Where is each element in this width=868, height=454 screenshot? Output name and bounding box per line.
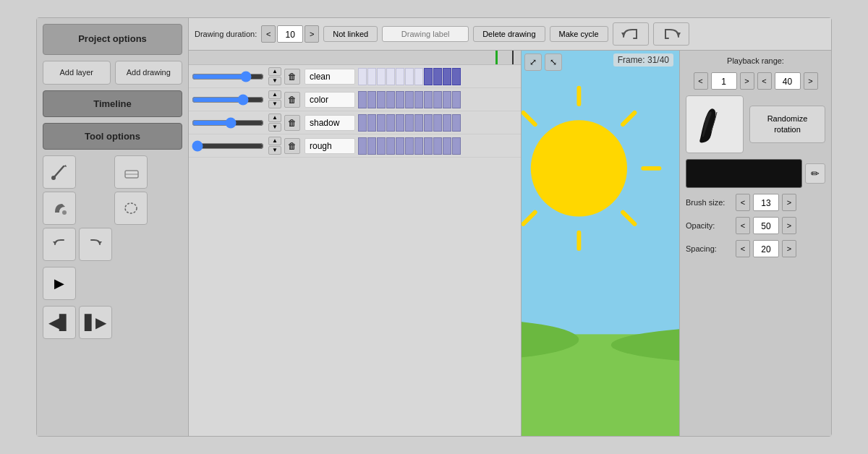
spacing-value: 20 <box>753 240 779 257</box>
spacing-label: Spacing: <box>686 244 733 253</box>
clean-down-button[interactable]: ▼ <box>268 77 281 85</box>
brush-color-display[interactable] <box>686 159 802 188</box>
rough-layer-name: rough <box>305 138 355 154</box>
redo-button[interactable] <box>79 228 112 261</box>
undo-button[interactable] <box>43 228 76 261</box>
shadow-up-button[interactable]: ▲ <box>268 113 281 122</box>
duration-label: Drawing duration: <box>195 30 257 38</box>
svg-point-0 <box>51 176 56 180</box>
not-linked-button[interactable]: Not linked <box>323 26 378 42</box>
color-up-button[interactable]: ▲ <box>268 90 281 99</box>
shadow-down-button[interactable]: ▼ <box>268 123 281 132</box>
spacing-increase-button[interactable]: > <box>782 240 796 257</box>
color-delete-button[interactable]: 🗑 <box>284 92 300 108</box>
color-layer-arrows: ▲ ▼ <box>268 90 281 108</box>
brush-color-row: ✏ <box>686 159 825 188</box>
rough-delete-button[interactable]: 🗑 <box>284 138 300 154</box>
opacity-increase-button[interactable]: > <box>782 217 796 234</box>
layer-row-shadow: ▲ ▼ 🗑 shadow <box>189 111 521 134</box>
brush-size-value: 13 <box>753 194 779 211</box>
svg-point-14 <box>531 120 627 216</box>
svg-marker-9 <box>676 33 681 37</box>
main-area: Drawing duration: < 10 > Not linked Dele… <box>189 18 831 436</box>
opacity-decrease-button[interactable]: < <box>736 217 750 234</box>
randomize-rotation-button[interactable]: Randomize rotation <box>749 106 825 144</box>
duration-decrease-button[interactable]: < <box>261 25 276 43</box>
canvas-area: ⤢ ⤡ Frame: 31/40 <box>522 51 679 436</box>
duration-control: < 10 > <box>261 25 319 43</box>
delete-drawing-button[interactable]: Delete drawing <box>473 26 545 42</box>
top-bar: Drawing duration: < 10 > Not linked Dele… <box>189 18 831 51</box>
play-button[interactable]: ▶ <box>43 267 76 300</box>
rough-layer-slider[interactable] <box>192 140 264 152</box>
layer-row-color: ▲ ▼ 🗑 color <box>189 88 521 111</box>
rough-up-button[interactable]: ▲ <box>268 137 281 145</box>
skip-back-button[interactable]: ◀▋ <box>43 306 76 339</box>
range-start-decrease-button[interactable]: < <box>694 72 708 90</box>
clean-layer-name: clean <box>305 69 355 85</box>
spacing-decrease-button[interactable]: < <box>736 240 750 257</box>
project-options-button[interactable]: Project options <box>43 24 182 55</box>
shadow-layer-arrows: ▲ ▼ <box>268 113 281 132</box>
timeline-ruler <box>189 51 521 65</box>
make-cycle-button[interactable]: Make cycle <box>550 26 608 42</box>
brush-size-row: Brush size: < 13 > <box>686 194 825 211</box>
canvas-scene[interactable] <box>522 51 679 436</box>
brush-preview-area: Randomize rotation <box>686 95 825 153</box>
clean-up-button[interactable]: ▲ <box>268 67 281 76</box>
clean-layer-slider[interactable] <box>192 71 264 82</box>
range-end-increase-button[interactable]: > <box>804 72 818 90</box>
tool-panel: Playback range: < 1 > < 40 > <box>679 51 831 436</box>
spacing-row: Spacing: < 20 > <box>686 240 825 257</box>
opacity-value: 50 <box>753 217 779 234</box>
tool-icons-grid <box>43 155 182 225</box>
svg-marker-8 <box>621 33 626 37</box>
eraser-tool-button[interactable] <box>114 155 148 189</box>
color-layer-name: color <box>305 92 355 108</box>
shrink-canvas-button[interactable]: ⤡ <box>545 53 562 71</box>
color-layer-slider[interactable] <box>192 94 264 106</box>
shadow-delete-button[interactable]: 🗑 <box>284 115 300 131</box>
brush-size-label: Brush size: <box>686 198 733 207</box>
clean-layer-arrows: ▲ ▼ <box>268 67 281 85</box>
shadow-layer-slider[interactable] <box>192 117 264 129</box>
add-layer-button[interactable]: Add layer <box>43 61 111 85</box>
svg-point-4 <box>62 210 67 215</box>
fill-tool-button[interactable] <box>43 192 76 225</box>
shadow-layer-name: shadow <box>305 115 355 131</box>
canvas-toolbar: ⤢ ⤡ <box>524 53 562 71</box>
redo-top-button[interactable] <box>653 22 689 46</box>
brush-stamp[interactable] <box>686 95 744 153</box>
range-end-value: 40 <box>775 72 801 90</box>
tool-options-button[interactable]: Tool options <box>43 123 182 150</box>
lasso-tool-button[interactable] <box>114 192 148 225</box>
undo-top-button[interactable] <box>613 22 649 46</box>
svg-marker-6 <box>53 241 57 244</box>
rough-down-button[interactable]: ▼ <box>268 146 281 155</box>
brush-size-increase-button[interactable]: > <box>782 194 796 211</box>
layer-row-rough: ▲ ▼ 🗑 rough <box>189 134 521 158</box>
color-picker-button[interactable]: ✏ <box>805 163 825 184</box>
skip-forward-button[interactable]: ▋▶ <box>79 306 112 339</box>
left-sidebar: Project options Add layer Add drawing Ti… <box>37 18 189 436</box>
svg-marker-7 <box>98 241 102 244</box>
rough-layer-arrows: ▲ ▼ <box>268 137 281 155</box>
brush-tool-button[interactable] <box>43 155 76 189</box>
clean-delete-button[interactable]: 🗑 <box>284 69 300 85</box>
drawing-label-input[interactable] <box>382 26 469 42</box>
opacity-row: Opacity: < 50 > <box>686 217 825 234</box>
duration-increase-button[interactable]: > <box>305 25 319 43</box>
playback-range-row: < 1 > < 40 > <box>686 72 825 90</box>
range-end-decrease-button[interactable]: < <box>757 72 772 90</box>
svg-point-5 <box>125 203 137 213</box>
layer-row-clean: ▲ ▼ 🗑 clean <box>189 65 521 88</box>
expand-canvas-button[interactable]: ⤢ <box>524 53 542 71</box>
opacity-label: Opacity: <box>686 221 733 230</box>
add-drawing-button[interactable]: Add drawing <box>115 61 183 85</box>
range-start-increase-button[interactable]: > <box>740 72 754 90</box>
brush-size-decrease-button[interactable]: < <box>736 194 750 211</box>
playback-range-label: Playback range: <box>686 56 825 65</box>
timeline-button[interactable]: Timeline <box>43 90 182 117</box>
color-down-button[interactable]: ▼ <box>268 100 281 108</box>
range-start-value: 1 <box>711 72 737 90</box>
